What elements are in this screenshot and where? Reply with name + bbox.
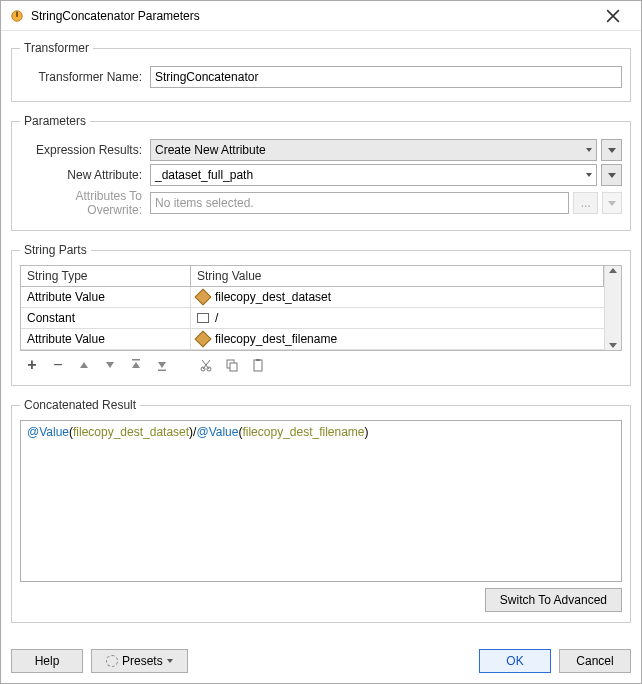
svg-rect-3 — [158, 370, 166, 372]
constant-icon — [197, 313, 209, 323]
cut-button[interactable] — [198, 357, 214, 373]
window-title: StringConcatenator Parameters — [31, 9, 593, 23]
chevron-down-icon — [608, 201, 616, 206]
move-up-button[interactable] — [76, 357, 92, 373]
attributes-overwrite-label: Attributes To Overwrite: — [20, 189, 150, 217]
presets-icon — [106, 655, 118, 667]
string-parts-toolbar: + − — [20, 351, 622, 375]
string-value-cell[interactable]: filecopy_dest_filename — [191, 329, 604, 350]
transformer-name-input[interactable] — [150, 66, 622, 88]
content-area: Transformer Transformer Name: Parameters… — [1, 31, 641, 641]
attribute-icon — [195, 289, 212, 306]
concatenated-result-legend: Concatenated Result — [20, 398, 140, 412]
table-row[interactable]: Attribute Valuefilecopy_dest_filename — [21, 329, 604, 350]
string-type-header[interactable]: String Type — [21, 266, 191, 287]
concatenated-result-group: Concatenated Result @Value(filecopy_dest… — [11, 398, 631, 623]
string-value-header[interactable]: String Value — [191, 266, 604, 287]
attribute-icon — [195, 331, 212, 348]
transformer-group: Transformer Transformer Name: — [11, 41, 631, 102]
attributes-overwrite-menu-button — [602, 192, 622, 214]
add-row-button[interactable]: + — [24, 357, 40, 373]
string-value-text: filecopy_dest_dataset — [215, 290, 331, 304]
string-value-cell[interactable]: / — [191, 308, 604, 329]
expr-token: @ — [27, 425, 39, 439]
remove-row-button[interactable]: − — [50, 357, 66, 373]
titlebar: StringConcatenator Parameters — [1, 1, 641, 31]
parameters-legend: Parameters — [20, 114, 90, 128]
switch-to-advanced-button[interactable]: Switch To Advanced — [485, 588, 622, 612]
new-attribute-value: _dataset_full_path — [155, 168, 253, 182]
attributes-overwrite-field: No items selected. — [150, 192, 569, 214]
expr-token: filecopy_dest_dataset — [73, 425, 189, 439]
string-value-text: / — [215, 311, 218, 325]
dialog-window: StringConcatenator Parameters Transforme… — [0, 0, 642, 684]
expr-token: Value — [209, 425, 239, 439]
app-icon — [9, 8, 25, 24]
chevron-down-icon — [586, 173, 592, 177]
concatenated-result-text[interactable]: @Value(filecopy_dest_dataset)/@Value(fil… — [20, 420, 622, 582]
svg-rect-7 — [230, 363, 237, 371]
chevron-down-icon — [608, 173, 616, 178]
svg-rect-9 — [256, 359, 260, 361]
new-attribute-combo[interactable]: _dataset_full_path — [150, 164, 597, 186]
expression-results-menu-button[interactable] — [601, 139, 622, 161]
string-value-cell[interactable]: filecopy_dest_dataset — [191, 287, 604, 308]
move-down-button[interactable] — [102, 357, 118, 373]
expression-results-value: Create New Attribute — [155, 143, 266, 157]
paste-button[interactable] — [250, 357, 266, 373]
scroll-up-icon — [609, 268, 617, 273]
new-attribute-menu-button[interactable] — [601, 164, 622, 186]
chevron-down-icon — [586, 148, 592, 152]
string-value-text: filecopy_dest_filename — [215, 332, 337, 346]
attributes-overwrite-browse-button: ... — [573, 192, 598, 214]
dialog-footer: Help Presets OK Cancel — [1, 641, 641, 683]
string-parts-table: String Type String Value Attribute Value… — [20, 265, 622, 351]
close-button[interactable] — [593, 2, 633, 30]
table-row[interactable]: Constant/ — [21, 308, 604, 329]
string-parts-legend: String Parts — [20, 243, 91, 257]
ok-button[interactable]: OK — [479, 649, 551, 673]
move-top-button[interactable] — [128, 357, 144, 373]
string-type-cell[interactable]: Attribute Value — [21, 287, 191, 308]
svg-rect-2 — [132, 359, 140, 361]
expr-token: Value — [39, 425, 69, 439]
expression-results-select[interactable]: Create New Attribute — [150, 139, 597, 161]
scroll-down-icon — [609, 343, 617, 348]
transformer-legend: Transformer — [20, 41, 93, 55]
help-button[interactable]: Help — [11, 649, 83, 673]
copy-button[interactable] — [224, 357, 240, 373]
expr-token: @ — [196, 425, 208, 439]
presets-label: Presets — [122, 654, 163, 668]
transformer-name-label: Transformer Name: — [20, 70, 150, 84]
expr-token: ) — [365, 425, 369, 439]
attributes-overwrite-value: No items selected. — [155, 196, 254, 210]
string-parts-group: String Parts String Type String Value At… — [11, 243, 631, 386]
presets-button[interactable]: Presets — [91, 649, 188, 673]
parameters-group: Parameters Expression Results: Create Ne… — [11, 114, 631, 231]
svg-rect-1 — [16, 11, 18, 16]
expr-token: filecopy_dest_filename — [242, 425, 364, 439]
string-type-cell[interactable]: Attribute Value — [21, 329, 191, 350]
move-bottom-button[interactable] — [154, 357, 170, 373]
cancel-button[interactable]: Cancel — [559, 649, 631, 673]
chevron-down-icon — [608, 148, 616, 153]
new-attribute-label: New Attribute: — [20, 168, 150, 182]
table-scrollbar[interactable] — [604, 266, 621, 350]
table-row[interactable]: Attribute Valuefilecopy_dest_dataset — [21, 287, 604, 308]
string-type-cell[interactable]: Constant — [21, 308, 191, 329]
chevron-down-icon — [167, 659, 173, 663]
expression-results-label: Expression Results: — [20, 143, 150, 157]
svg-rect-8 — [254, 360, 262, 371]
